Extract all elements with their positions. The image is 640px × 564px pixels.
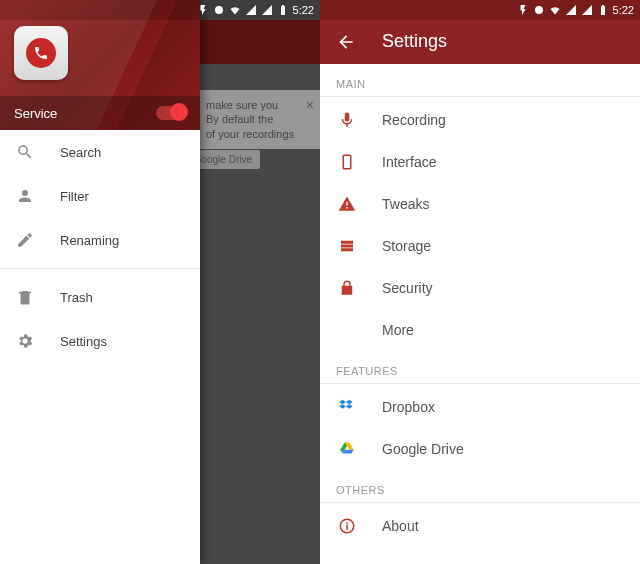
divider xyxy=(320,502,640,503)
notif-icon xyxy=(197,4,209,16)
divider xyxy=(0,268,200,269)
drawer-item-label: Trash xyxy=(60,290,93,305)
settings-item-label: Google Drive xyxy=(382,441,464,457)
service-switch[interactable] xyxy=(156,106,186,120)
settings-item-label: Storage xyxy=(382,238,431,254)
warning-icon xyxy=(338,195,356,213)
gear-icon xyxy=(16,332,34,350)
drawer-item-label: Filter xyxy=(60,189,89,204)
drawer-item-search[interactable]: Search xyxy=(0,130,200,174)
status-time: 5:22 xyxy=(293,4,314,16)
settings-body[interactable]: MAIN Recording Interface Tweaks Storage … xyxy=(320,64,640,564)
service-row: Service xyxy=(0,96,200,130)
settings-item-gdrive[interactable]: Google Drive xyxy=(320,428,640,470)
wifi-icon xyxy=(229,4,241,16)
alarm-icon xyxy=(533,4,545,16)
trash-icon xyxy=(16,288,34,306)
storage-icon xyxy=(338,237,356,255)
notif-icon xyxy=(517,4,529,16)
settings-item-more[interactable]: More xyxy=(320,309,640,351)
wifi-icon xyxy=(549,4,561,16)
phone-right: Settings 5:22 MAIN Recording Interface T… xyxy=(320,0,640,564)
settings-item-label: Recording xyxy=(382,112,446,128)
settings-item-label: Dropbox xyxy=(382,399,435,415)
signal-icon xyxy=(261,4,273,16)
drawer-item-renaming[interactable]: Renaming xyxy=(0,218,200,262)
status-bar: 5:22 xyxy=(320,0,640,20)
settings-item-tweaks[interactable]: Tweaks xyxy=(320,183,640,225)
lock-icon xyxy=(338,279,356,297)
settings-item-about[interactable]: About xyxy=(320,505,640,547)
section-others: OTHERS xyxy=(320,470,640,502)
status-time: 5:22 xyxy=(613,4,634,16)
search-icon xyxy=(16,143,34,161)
signal-icon xyxy=(581,4,593,16)
settings-item-label: Tweaks xyxy=(382,196,429,212)
settings-item-label: Interface xyxy=(382,154,436,170)
alarm-icon xyxy=(213,4,225,16)
settings-item-interface[interactable]: Interface xyxy=(320,141,640,183)
settings-item-security[interactable]: Security xyxy=(320,267,640,309)
service-label: Service xyxy=(14,106,57,121)
settings-item-storage[interactable]: Storage xyxy=(320,225,640,267)
person-icon xyxy=(16,187,34,205)
settings-item-label: More xyxy=(382,322,414,338)
phone-icon xyxy=(33,45,49,61)
signal-icon xyxy=(245,4,257,16)
phone-device-icon xyxy=(338,153,356,171)
drawer-item-label: Settings xyxy=(60,334,107,349)
drawer-item-label: Renaming xyxy=(60,233,119,248)
back-icon[interactable] xyxy=(336,32,356,52)
settings-item-label: About xyxy=(382,518,419,534)
battery-icon xyxy=(277,4,289,16)
dropbox-icon xyxy=(338,398,356,416)
drawer-item-filter[interactable]: Filter xyxy=(0,174,200,218)
divider xyxy=(320,96,640,97)
signal-icon xyxy=(565,4,577,16)
mic-icon xyxy=(338,111,356,129)
drawer-item-label: Search xyxy=(60,145,101,160)
status-bar: 5:22 xyxy=(0,0,320,20)
section-features: FEATURES xyxy=(320,351,640,383)
pencil-icon xyxy=(16,231,34,249)
battery-icon xyxy=(597,4,609,16)
settings-item-label: Security xyxy=(382,280,433,296)
page-title: Settings xyxy=(382,31,447,52)
drawer-list: Search Filter Renaming Trash Settings xyxy=(0,130,200,564)
section-main: MAIN xyxy=(320,64,640,96)
gdrive-icon xyxy=(338,440,356,458)
settings-item-dropbox[interactable]: Dropbox xyxy=(320,386,640,428)
drawer-item-trash[interactable]: Trash xyxy=(0,275,200,319)
divider xyxy=(320,383,640,384)
info-icon xyxy=(338,517,356,535)
app-icon xyxy=(14,26,68,80)
settings-item-recording[interactable]: Recording xyxy=(320,99,640,141)
nav-drawer: Service Search Filter Renaming Trash xyxy=(0,0,200,564)
phone-left: UNSORTED × make sure you By default the … xyxy=(0,0,320,564)
drawer-item-settings[interactable]: Settings xyxy=(0,319,200,363)
